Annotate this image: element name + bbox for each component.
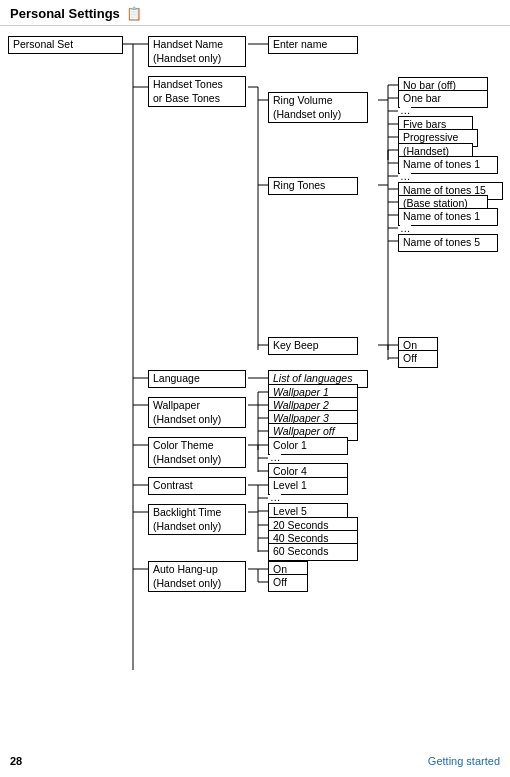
handset-tones-node: Handset Tones or Base Tones: [148, 76, 246, 107]
wallpaper-node: Wallpaper (Handset only): [148, 397, 246, 428]
diagram: Personal Set Handset Name (Handset only)…: [8, 30, 498, 750]
ring-tones-node: Ring Tones: [268, 177, 358, 195]
page-number: 28: [10, 755, 22, 767]
language-node: Language: [148, 370, 246, 388]
settings-icon: 📋: [126, 6, 142, 21]
name-tones-1-node: Name of tones 1: [398, 156, 498, 174]
contrast-node: Contrast: [148, 477, 246, 495]
sec-60-node: 60 Seconds: [268, 543, 358, 561]
name-tones-1b-node: Name of tones 1: [398, 208, 498, 226]
color-theme-node: Color Theme (Handset only): [148, 437, 246, 468]
page-header: Personal Settings 📋: [0, 0, 510, 26]
key-beep-off-node: Off: [398, 350, 438, 368]
ring-volume-node: Ring Volume (Handset only): [268, 92, 368, 123]
one-bar-node: One bar: [398, 90, 488, 108]
enter-name-node: Enter name: [268, 36, 358, 54]
page-title: Personal Settings: [10, 6, 120, 21]
name-tones-5-node: Name of tones 5: [398, 234, 498, 252]
footer-section: Getting started: [428, 755, 500, 767]
key-beep-node: Key Beep: [268, 337, 358, 355]
page-footer: 28 Getting started: [10, 755, 500, 767]
auto-hangup-node: Auto Hang-up (Handset only): [148, 561, 246, 592]
handset-name-node: Handset Name (Handset only): [148, 36, 246, 67]
auto-hangup-off-node: Off: [268, 574, 308, 592]
backlight-time-node: Backlight Time (Handset only): [148, 504, 246, 535]
personal-set-node: Personal Set: [8, 36, 123, 54]
